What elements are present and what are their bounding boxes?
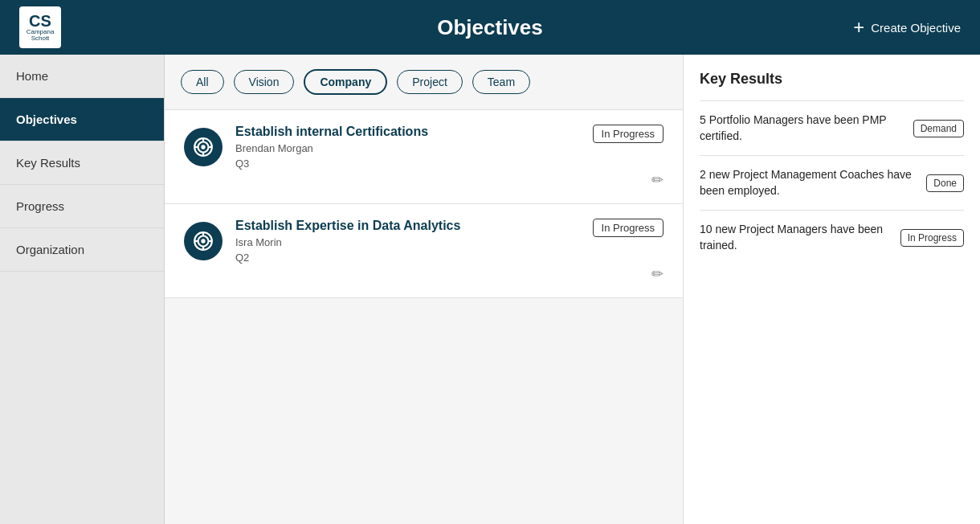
filter-team[interactable]: Team: [472, 70, 530, 94]
main-layout: Home Objectives Key Results Progress Org…: [0, 55, 980, 524]
target-icon: [193, 137, 214, 158]
content-area: All Vision Company Project Team: [165, 55, 683, 524]
kr-badge-1: Demand: [913, 120, 964, 137]
sidebar-item-home[interactable]: Home: [0, 55, 164, 98]
logo: CS Campana Schott: [19, 6, 61, 48]
objective-icon-2: [184, 222, 223, 260]
create-objective-button[interactable]: + Create Objective: [816, 18, 961, 37]
objective-title-2: Establish Expertise in Data Analytics: [235, 219, 580, 233]
logo-area: CS Campana Schott: [19, 6, 164, 48]
kr-badge-3: In Progress: [900, 229, 964, 247]
logo-cs: CS: [29, 13, 51, 29]
logo-company: Campana Schott: [19, 29, 61, 42]
objective-period-1: Q3: [235, 158, 580, 170]
kr-text-2: 2 new Project Management Coaches have be…: [700, 167, 917, 199]
status-badge-2: In Progress: [593, 219, 664, 237]
edit-icon-2[interactable]: ✏: [651, 265, 664, 283]
target-icon-2: [193, 231, 214, 252]
filter-company[interactable]: Company: [304, 69, 387, 95]
kr-badge-2: Done: [926, 174, 964, 192]
objective-owner-2: Isra Morin: [235, 236, 580, 248]
sidebar: Home Objectives Key Results Progress Org…: [0, 55, 165, 524]
plus-icon: +: [853, 18, 864, 37]
status-badge-1: In Progress: [593, 125, 664, 143]
kr-item-1: 5 Portfolio Managers have been PMP certi…: [700, 100, 964, 155]
objective-actions-2: In Progress ✏: [593, 219, 664, 283]
objective-actions-1: In Progress ✏: [593, 125, 664, 189]
objective-card-1: Establish internal Certifications Brenda…: [165, 110, 683, 204]
kr-text-3: 10 new Project Managers have been traine…: [700, 222, 891, 253]
filter-all[interactable]: All: [181, 70, 224, 94]
sidebar-item-organization[interactable]: Organization: [0, 228, 164, 272]
objective-owner-1: Brendan Morgan: [235, 142, 580, 154]
filter-project[interactable]: Project: [397, 70, 463, 94]
sidebar-item-key-results[interactable]: Key Results: [0, 141, 164, 185]
create-label: Create Objective: [871, 21, 961, 35]
key-results-panel: Key Results 5 Portfolio Managers have be…: [683, 55, 980, 524]
objective-card-2: Establish Expertise in Data Analytics Is…: [165, 204, 683, 298]
filter-bar: All Vision Company Project Team: [165, 55, 683, 110]
sidebar-item-progress[interactable]: Progress: [0, 185, 164, 228]
svg-point-9: [201, 239, 205, 243]
objective-details-1: Establish internal Certifications Brenda…: [235, 125, 580, 170]
filter-vision[interactable]: Vision: [234, 70, 295, 94]
objective-title-1: Establish internal Certifications: [235, 125, 580, 139]
objective-period-2: Q2: [235, 252, 580, 264]
svg-point-2: [201, 145, 205, 149]
kr-text-1: 5 Portfolio Managers have been PMP certi…: [700, 113, 904, 144]
kr-item-2: 2 new Project Management Coaches have be…: [700, 155, 964, 210]
objective-details-2: Establish Expertise in Data Analytics Is…: [235, 219, 580, 264]
objective-icon-1: [184, 128, 223, 166]
sidebar-item-objectives[interactable]: Objectives: [0, 98, 164, 141]
key-results-title: Key Results: [700, 71, 964, 88]
page-title: Objectives: [164, 15, 816, 40]
edit-icon-1[interactable]: ✏: [651, 171, 664, 189]
header: CS Campana Schott Objectives + Create Ob…: [0, 0, 980, 55]
kr-item-3: 10 new Project Managers have been traine…: [700, 210, 964, 264]
objectives-list: Establish internal Certifications Brenda…: [165, 110, 683, 524]
